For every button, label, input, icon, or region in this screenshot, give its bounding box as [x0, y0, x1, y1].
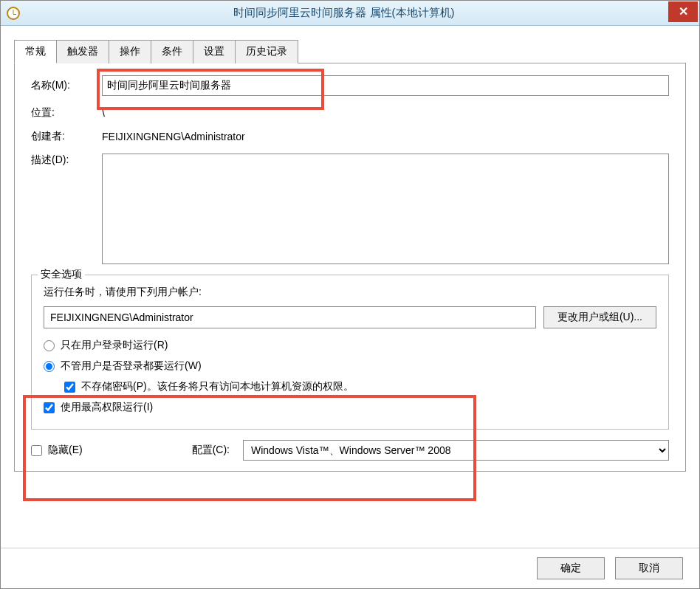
- clock-icon: [7, 7, 20, 20]
- tab-settings[interactable]: 设置: [193, 40, 236, 63]
- change-user-button[interactable]: 更改用户或组(U)...: [543, 306, 656, 328]
- dialog-footer: 确定 取消: [1, 548, 699, 588]
- description-input[interactable]: [102, 154, 669, 264]
- tab-strip: 常规 触发器 操作 条件 设置 历史记录: [14, 39, 686, 63]
- tab-triggers[interactable]: 触发器: [56, 40, 109, 63]
- author-label: 创建者:: [31, 130, 102, 143]
- config-select[interactable]: Windows Vista™、Windows Server™ 2008: [243, 440, 669, 461]
- check-hidden[interactable]: 隐藏(E): [31, 444, 83, 457]
- check-no-store-password-label: 不存储密码(P)。该任务将只有访问本地计算机资源的权限。: [81, 380, 354, 393]
- tab-panel-general: 名称(M): 位置: \ 创建者: FEIJIXINGNENG\Administ…: [14, 63, 686, 472]
- check-highest-priv[interactable]: 使用最高权限运行(I): [44, 401, 656, 414]
- tab-conditions[interactable]: 条件: [151, 40, 193, 63]
- account-row: 更改用户或组(U)...: [44, 306, 656, 328]
- name-label: 名称(M):: [31, 79, 102, 92]
- window-title: 时间同步阿里云时间服务器 属性(本地计算机): [20, 6, 668, 20]
- check-highest-priv-input[interactable]: [44, 402, 55, 413]
- titlebar: 时间同步阿里云时间服务器 属性(本地计算机) ✕: [1, 1, 699, 26]
- row-hidden-config: 隐藏(E) 配置(C): Windows Vista™、Windows Serv…: [31, 440, 669, 461]
- security-legend: 安全选项: [38, 268, 85, 281]
- location-value: \: [102, 107, 105, 119]
- description-label: 描述(D):: [31, 154, 102, 167]
- properties-dialog: 时间同步阿里云时间服务器 属性(本地计算机) ✕ 常规 触发器 操作 条件 设置…: [0, 0, 700, 589]
- radio-run-whether-logged-label: 不管用户是否登录都要运行(W): [61, 359, 202, 373]
- tab-general[interactable]: 常规: [14, 40, 57, 63]
- check-hidden-label: 隐藏(E): [48, 444, 83, 457]
- config-label: 配置(C):: [192, 444, 230, 457]
- check-hidden-input[interactable]: [31, 445, 42, 456]
- author-value: FEIJIXINGNENG\Administrator: [102, 131, 245, 142]
- check-highest-priv-label: 使用最高权限运行(I): [61, 401, 153, 414]
- account-input: [44, 306, 536, 328]
- tab-actions[interactable]: 操作: [109, 40, 151, 63]
- radio-run-only-logged[interactable]: 只在用户登录时运行(R): [44, 339, 656, 352]
- radio-run-whether-logged[interactable]: 不管用户是否登录都要运行(W): [44, 359, 656, 373]
- row-name: 名称(M):: [31, 75, 669, 96]
- check-no-store-password-input[interactable]: [64, 382, 75, 393]
- ok-button[interactable]: 确定: [537, 557, 605, 579]
- run-as-label: 运行任务时，请使用下列用户帐户:: [44, 286, 656, 299]
- content-area: 常规 触发器 操作 条件 设置 历史记录 名称(M): 位置: \ 创建者: F…: [1, 26, 699, 478]
- radio-run-only-logged-label: 只在用户登录时运行(R): [61, 339, 168, 352]
- location-label: 位置:: [31, 106, 102, 120]
- row-location: 位置: \: [31, 106, 669, 120]
- close-button[interactable]: ✕: [668, 1, 698, 22]
- row-description: 描述(D):: [31, 154, 669, 264]
- name-input[interactable]: [102, 75, 669, 96]
- check-no-store-password[interactable]: 不存储密码(P)。该任务将只有访问本地计算机资源的权限。: [64, 380, 656, 393]
- row-author: 创建者: FEIJIXINGNENG\Administrator: [31, 130, 669, 143]
- security-options-group: 安全选项 运行任务时，请使用下列用户帐户: 更改用户或组(U)... 只在用户登…: [31, 275, 669, 430]
- tab-history[interactable]: 历史记录: [235, 40, 298, 63]
- cancel-button[interactable]: 取消: [615, 557, 683, 579]
- radio-run-only-logged-input[interactable]: [44, 340, 55, 351]
- radio-run-whether-logged-input[interactable]: [44, 361, 55, 372]
